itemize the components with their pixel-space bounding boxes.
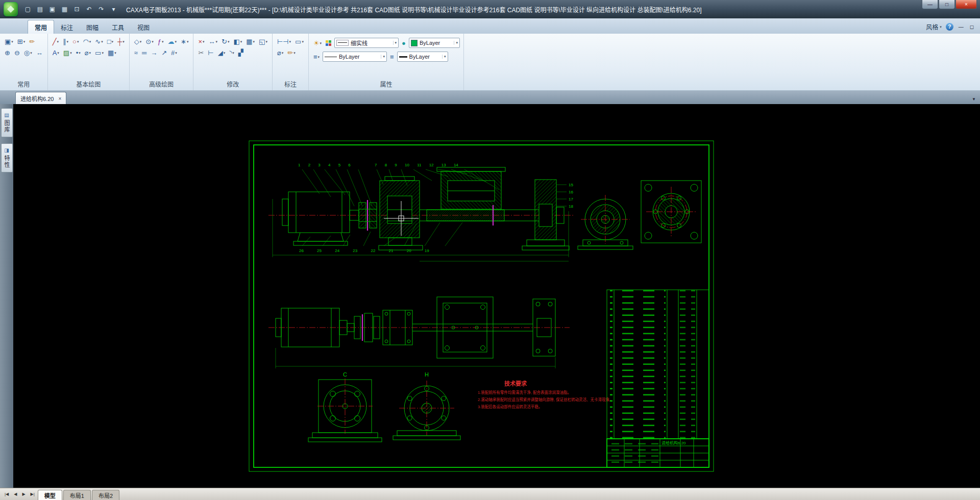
rotate-icon[interactable]: ↻▾ xyxy=(220,38,230,45)
paste-icon[interactable]: ▣▾ xyxy=(4,38,14,45)
maximize-window-button[interactable]: □ xyxy=(939,0,955,9)
sidebar-tab-图库[interactable]: ▤图库 xyxy=(1,108,13,137)
help-icon[interactable]: ? xyxy=(946,23,953,31)
copy-icon[interactable]: ⊞▾ xyxy=(16,38,26,45)
chamfer-icon[interactable]: ◢▾ xyxy=(217,49,227,57)
sheet-tab-模型[interactable]: 模型 xyxy=(38,490,62,500)
scale-icon[interactable]: ◱▾ xyxy=(258,38,268,45)
close-tab-icon[interactable]: × xyxy=(58,96,61,102)
revision-cloud-icon[interactable]: ☁▾ xyxy=(166,38,178,45)
ribbon-tab-标注[interactable]: 标注 xyxy=(54,20,80,34)
ribbon-expand-icon[interactable]: ◻ xyxy=(969,24,975,30)
callout: 15 xyxy=(569,183,573,187)
chevron-down-icon: ▾ xyxy=(102,51,104,55)
sheet-tab-布局1[interactable]: 布局1 xyxy=(63,490,91,500)
open-icon[interactable]: ▤ xyxy=(35,5,45,14)
technical-notes: 技术要求 1.装配前所有零件均需清洗干净, 配合表面涂润滑油脂。 2.滚动轴承装… xyxy=(478,380,613,409)
extend-icon[interactable]: ⊢ xyxy=(207,49,214,57)
save-icon[interactable]: ▣ xyxy=(47,5,58,14)
color-combo[interactable]: ByLayer ▾ xyxy=(409,38,460,48)
dimension-icon[interactable]: ⊢⊣▾ xyxy=(276,38,292,45)
hatch-icon[interactable]: ▨▾ xyxy=(62,49,73,57)
arrow-line-icon[interactable]: → xyxy=(150,49,158,57)
dim-style-icon[interactable]: ▭▾ xyxy=(294,38,305,45)
gear-icon[interactable]: ∗▾ xyxy=(180,38,189,45)
chevron-down-icon: ▾ xyxy=(140,40,142,43)
trim-icon[interactable]: ✂ xyxy=(197,49,205,57)
ribbon-tab-图幅[interactable]: 图幅 xyxy=(80,20,105,34)
table-icon[interactable]: ▦▾ xyxy=(107,49,117,57)
mirror-icon[interactable]: ◧▾ xyxy=(232,38,243,45)
ribbon-tab-常用[interactable]: 常用 xyxy=(28,20,54,34)
chevron-down-icon: ▾ xyxy=(112,40,114,43)
symbol-icon[interactable]: #▾ xyxy=(170,49,178,57)
spline-icon[interactable]: ∿▾ xyxy=(94,38,104,45)
block-icon[interactable]: ▭▾ xyxy=(94,49,105,57)
hole-axis-icon[interactable]: ⌀▾ xyxy=(84,49,92,57)
erase-icon[interactable]: ×▾ xyxy=(197,38,205,45)
formula-curve-icon[interactable]: ƒ▾ xyxy=(157,38,165,45)
text-icon[interactable]: A▾ xyxy=(52,49,60,57)
color-wheel-icon[interactable]: ● xyxy=(401,39,407,47)
linetype-combo[interactable]: 细实线 ▾ xyxy=(334,38,399,48)
next-sheet-icon[interactable]: ▶ xyxy=(20,491,27,497)
center-line-icon[interactable]: ┼▾ xyxy=(116,38,126,45)
chevron-down-icon: ▾ xyxy=(152,40,154,43)
ellipse-icon[interactable]: ⊙▾ xyxy=(144,38,154,45)
title-bar: ▢▤▣▦⊡↶↷▾ CAXA电子图板2013 - 机械版***试用期(还剩22天)… xyxy=(0,0,980,19)
zoom-all-icon[interactable]: ◎▾ xyxy=(23,49,33,57)
style-button[interactable]: 风格 ▾ xyxy=(926,22,942,31)
undo-icon[interactable]: ↶ xyxy=(84,5,94,14)
zoom-out-icon[interactable]: ⊖ xyxy=(13,49,21,57)
caxa-logo-icon[interactable] xyxy=(4,2,18,16)
polygon-icon[interactable]: ◇▾ xyxy=(133,38,143,45)
pan-icon[interactable]: ↔ xyxy=(35,49,44,57)
style-button-label: 风格 xyxy=(926,22,938,31)
first-sheet-icon[interactable]: |◀ xyxy=(3,491,11,497)
ribbon-minimize-icon[interactable]: — xyxy=(958,24,965,30)
last-sheet-icon[interactable]: ▶| xyxy=(29,491,37,497)
chevron-down-icon: ▾ xyxy=(101,40,103,43)
wave-line-icon[interactable]: ≈ xyxy=(133,49,139,57)
diameter-dim-icon[interactable]: ⌀▾ xyxy=(276,49,284,57)
sheet-tab-布局2[interactable]: 布局2 xyxy=(92,490,119,500)
document-tab-进给机构6.20[interactable]: 进给机构6.20× xyxy=(15,92,66,104)
lineweight-combo[interactable]: ByLayer ▾ xyxy=(397,52,448,62)
print-icon[interactable]: ▦ xyxy=(59,5,70,14)
arc-icon[interactable]: ◠▾ xyxy=(82,38,92,45)
format-brush-icon[interactable]: ✏ xyxy=(28,38,36,45)
customize-toolbar-icon[interactable]: ▾ xyxy=(108,5,119,14)
double-line-icon[interactable]: ═ xyxy=(141,49,148,57)
circle-icon[interactable]: ○▾ xyxy=(71,38,80,45)
array-icon[interactable]: ▦▾ xyxy=(245,38,256,45)
layer-color-icon[interactable] xyxy=(325,39,332,47)
zoom-in-icon[interactable]: ⊕ xyxy=(4,49,11,57)
drawing-canvas[interactable]: 1 2 3 4 5 6 7 8 9 10 11 12 13 14 15 16 1… xyxy=(13,104,980,488)
layers-icon[interactable]: ≡▾ xyxy=(312,53,321,61)
move-icon[interactable]: ↔▾ xyxy=(208,38,219,45)
linestyle-combo[interactable]: ByLayer ▾ xyxy=(323,52,387,62)
explode-icon[interactable]: ▞ xyxy=(237,49,244,57)
ribbon-tab-工具[interactable]: 工具 xyxy=(105,20,131,34)
fillet-icon[interactable]: ◝▾ xyxy=(228,49,235,57)
dim-edit-icon[interactable]: ✏▾ xyxy=(286,49,296,57)
parallel-line-icon[interactable]: ∥▾ xyxy=(62,38,69,45)
rectangle-icon[interactable]: □▾ xyxy=(106,38,114,45)
leader-curve-icon[interactable]: ↗ xyxy=(160,49,168,57)
print-preview-icon[interactable]: ⊡ xyxy=(71,5,82,14)
line-icon[interactable]: ╱▾ xyxy=(52,38,60,45)
minimize-window-button[interactable]: — xyxy=(922,0,938,9)
chevron-down-icon: ▾ xyxy=(30,51,32,55)
doc-tab-scroll-icon[interactable]: ▼ xyxy=(970,94,978,104)
tech-notes-title: 技术要求 xyxy=(504,380,527,387)
prev-sheet-icon[interactable]: ◀ xyxy=(12,491,19,497)
lineweight-icon[interactable]: ≡ xyxy=(389,53,395,61)
sidebar-tab-特性[interactable]: ◨特性 xyxy=(1,143,13,172)
point-icon[interactable]: •▾ xyxy=(75,49,82,57)
new-icon[interactable]: ▢ xyxy=(22,5,33,14)
redo-icon[interactable]: ↷ xyxy=(96,5,107,14)
sidebar-tab-label: 特性 xyxy=(3,155,11,168)
ribbon-tab-视图[interactable]: 视图 xyxy=(131,20,156,34)
layer-visibility-icon[interactable]: ☀▾ xyxy=(312,39,323,47)
close-window-button[interactable]: × xyxy=(955,0,977,9)
